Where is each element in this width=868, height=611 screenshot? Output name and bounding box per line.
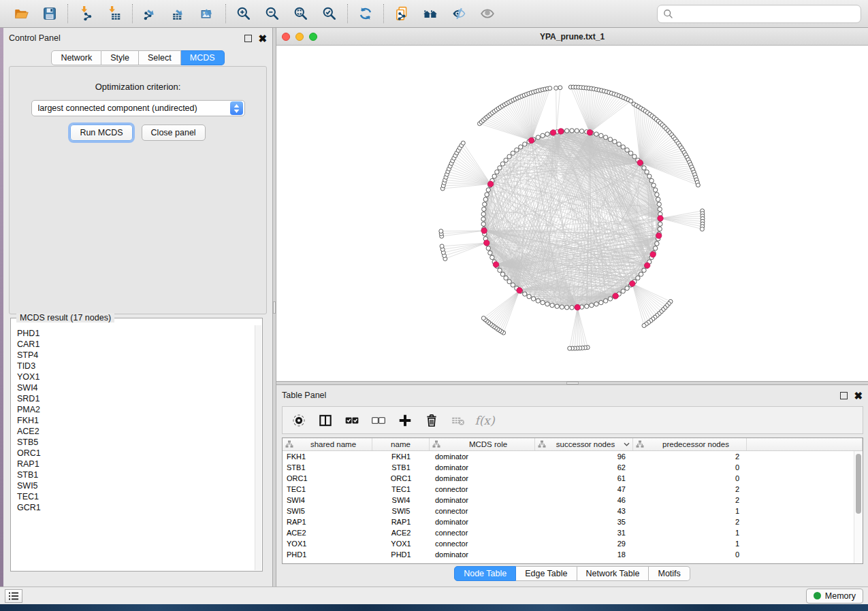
- zoom-out-button[interactable]: [261, 3, 284, 24]
- task-history-button[interactable]: [5, 589, 22, 603]
- sort-descending-icon: [624, 442, 630, 446]
- column-header-shared-name[interactable]: shared name: [283, 438, 372, 450]
- export-image-button[interactable]: [196, 3, 219, 24]
- close-table-panel-icon[interactable]: ✖: [854, 392, 863, 399]
- table-row-YOX1[interactable]: YOX1YOX1connector291: [283, 538, 863, 549]
- horizontal-splitter-handle[interactable]: [566, 382, 579, 384]
- delete-column-button[interactable]: [424, 413, 439, 428]
- tab-node-table[interactable]: Node Table: [454, 566, 516, 581]
- table-scrollbar-thumb[interactable]: [856, 454, 861, 514]
- column-type-icon: [285, 440, 293, 448]
- mcds-result-item[interactable]: ACE2: [17, 426, 254, 437]
- mcds-result-item[interactable]: FKH1: [17, 415, 254, 426]
- table-row-FKH1[interactable]: FKH1FKH1dominator962: [283, 451, 863, 462]
- search-field[interactable]: [657, 5, 861, 23]
- tab-select[interactable]: Select: [139, 50, 181, 65]
- table-cell: 2: [633, 495, 747, 506]
- mcds-result-item[interactable]: TID3: [17, 361, 254, 371]
- dropdown-stepper-icon: [230, 101, 243, 115]
- hide-eye-icon: [451, 6, 466, 21]
- hide-selected-button[interactable]: [447, 3, 470, 24]
- zoom-in-button[interactable]: [232, 3, 255, 24]
- result-list-scrollbar[interactable]: [255, 325, 261, 570]
- network-window-title: YPA_prune.txt_1: [276, 32, 868, 42]
- mcds-result-item[interactable]: SWI4: [17, 382, 254, 393]
- add-column-button[interactable]: [398, 413, 413, 428]
- optimization-criterion-select[interactable]: largest connected component (undirected): [31, 100, 245, 116]
- mcds-result-item[interactable]: CAR1: [17, 339, 254, 350]
- mcds-result-item[interactable]: STB1: [17, 469, 254, 480]
- toolbar-separator: [225, 4, 226, 23]
- table-cell: 62: [535, 462, 633, 473]
- mcds-result-item[interactable]: TEC1: [17, 491, 254, 502]
- refresh-button[interactable]: [354, 3, 377, 24]
- mcds-result-item[interactable]: ORC1: [17, 448, 254, 459]
- open-session-button[interactable]: [10, 3, 33, 24]
- save-session-button[interactable]: [38, 3, 61, 24]
- tab-motifs[interactable]: Motifs: [649, 566, 690, 581]
- show-hidden-button[interactable]: [476, 3, 499, 24]
- table-cell: dominator: [430, 549, 535, 560]
- column-header-label: shared name: [295, 440, 372, 448]
- mcds-result-item[interactable]: SRD1: [17, 393, 254, 404]
- select-all-button[interactable]: [344, 413, 359, 428]
- mcds-result-item[interactable]: PMA2: [17, 404, 254, 415]
- float-panel-icon[interactable]: [244, 35, 252, 42]
- column-header-MCDS-role[interactable]: MCDS role: [430, 438, 535, 450]
- mcds-result-item[interactable]: GCR1: [17, 502, 254, 513]
- mcds-result-item[interactable]: SWI5: [17, 480, 254, 491]
- first-neighbors-button[interactable]: [419, 3, 442, 24]
- tab-mcds[interactable]: MCDS: [181, 50, 225, 65]
- mcds-result-item[interactable]: STB5: [17, 437, 254, 448]
- table-cell: YOX1: [283, 538, 372, 549]
- table-row-RAP1[interactable]: RAP1RAP1dominator352: [283, 516, 863, 527]
- table-row-TEC1[interactable]: TEC1TEC1connector472: [283, 484, 863, 495]
- table-cell: connector: [430, 506, 535, 516]
- table-row-SWI5[interactable]: SWI5SWI5connector431: [283, 506, 863, 516]
- column-header-name[interactable]: name: [372, 438, 430, 450]
- tab-network[interactable]: Network: [51, 50, 101, 65]
- network-canvas[interactable]: [276, 46, 868, 381]
- vertical-splitter-handle[interactable]: [273, 301, 276, 314]
- table-row-STB1[interactable]: STB1STB1dominator620: [283, 462, 863, 473]
- zoom-fit-button[interactable]: [289, 3, 312, 24]
- column-header-successor-nodes[interactable]: successor nodes: [535, 438, 633, 450]
- trash-icon: [424, 413, 439, 428]
- import-table-icon: [107, 6, 122, 21]
- memory-button[interactable]: Memory: [806, 589, 863, 604]
- table-row-ORC1[interactable]: ORC1ORC1dominator610: [283, 473, 863, 484]
- table-row-SWI4[interactable]: SWI4SWI4dominator462: [283, 495, 863, 506]
- column-visibility-button[interactable]: [318, 413, 333, 428]
- export-table-button[interactable]: [167, 3, 191, 24]
- close-panel-button[interactable]: Close panel: [142, 125, 206, 141]
- column-header-predecessor-nodes[interactable]: predecessor nodes: [633, 438, 747, 450]
- close-panel-icon[interactable]: ✖: [258, 35, 267, 42]
- import-table-button[interactable]: [103, 3, 126, 24]
- table-settings-button[interactable]: [291, 413, 306, 428]
- tab-style[interactable]: Style: [101, 50, 139, 65]
- run-mcds-button[interactable]: Run MCDS: [70, 125, 132, 141]
- doc-share-icon: [394, 6, 409, 21]
- export-network-button[interactable]: [139, 3, 162, 24]
- mcds-result-item[interactable]: STP4: [17, 350, 254, 361]
- network-from-selection-button[interactable]: [390, 3, 413, 24]
- float-table-panel-icon[interactable]: [840, 392, 848, 399]
- mcds-result-item[interactable]: PHD1: [17, 328, 254, 339]
- mcds-result-item[interactable]: RAP1: [17, 459, 254, 469]
- table-row-ACE2[interactable]: ACE2ACE2connector311: [283, 527, 863, 538]
- table-row-PHD1[interactable]: PHD1PHD1dominator180: [283, 549, 863, 560]
- mcds-result-item[interactable]: YOX1: [17, 371, 254, 382]
- zoom-out-icon: [265, 6, 280, 21]
- table-scrollbar[interactable]: [854, 451, 863, 563]
- table-cell: 1: [633, 506, 747, 516]
- table-cell: 47: [535, 484, 633, 495]
- optimization-criterion-value: largest connected component (undirected): [38, 103, 229, 113]
- deselect-all-button[interactable]: [371, 413, 386, 428]
- search-input[interactable]: [673, 8, 855, 19]
- import-network-button[interactable]: [74, 3, 97, 24]
- tab-network-table[interactable]: Network Table: [577, 566, 649, 581]
- table-cell: FKH1: [372, 451, 430, 462]
- zoom-selected-button[interactable]: [318, 3, 341, 24]
- tab-edge-table[interactable]: Edge Table: [516, 566, 577, 581]
- table-cell: TEC1: [283, 484, 372, 495]
